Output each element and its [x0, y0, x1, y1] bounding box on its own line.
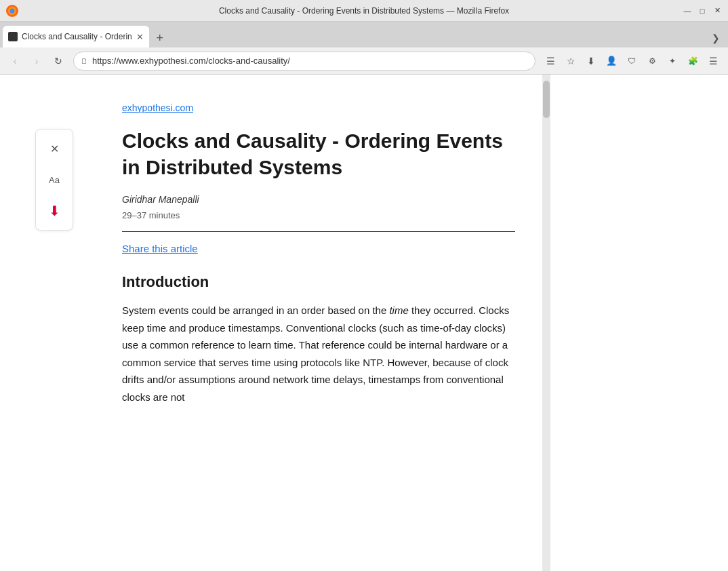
tab-favicon-icon	[8, 32, 18, 41]
back-icon: ‹	[14, 56, 17, 66]
article-body: System events could be arranged in an or…	[122, 302, 515, 406]
address-bar[interactable]: 🗋 https://www.exhypothesi.com/clocks-and…	[73, 52, 535, 71]
forward-icon: ›	[35, 56, 39, 66]
tab-close-icon[interactable]: ✕	[136, 32, 144, 42]
active-tab[interactable]: Clocks and Causality - Orderin ✕	[3, 26, 149, 47]
minimize-button[interactable]: —	[682, 5, 693, 16]
tab-bar: Clocks and Causality - Orderin ✕ + ❯	[0, 22, 728, 47]
forward-button[interactable]: ›	[27, 52, 46, 71]
ext2-button[interactable]: ✦	[663, 52, 682, 71]
download-button[interactable]: ⬇	[582, 52, 601, 71]
bookmark-icon: ☆	[567, 56, 575, 66]
menu-icon: ☰	[709, 56, 718, 66]
window-title: Clocks and Causality - Ordering Events i…	[219, 6, 509, 16]
tab-title: Clocks and Causality - Orderin	[22, 32, 132, 41]
bitwarden-button[interactable]: 🛡	[622, 52, 641, 71]
toolbar: ‹ › ↻ 🗋 https://www.exhypothesi.com/cloc…	[0, 47, 728, 75]
intro-paragraph: System events could be arranged in an or…	[122, 302, 515, 406]
download-icon: ⬇	[587, 56, 595, 66]
extensions-button[interactable]: 🧩	[683, 52, 702, 71]
scrollbar[interactable]	[542, 75, 550, 571]
reader-close-button[interactable]: ✕	[43, 138, 65, 159]
refresh-icon: ↻	[54, 56, 62, 66]
maximize-button[interactable]: □	[697, 5, 708, 16]
refresh-button[interactable]: ↻	[49, 52, 68, 71]
page-wrapper: ✕ Aa ⬇ exhypothesi.com Clocks and Causal…	[0, 75, 728, 571]
new-tab-button[interactable]: +	[150, 28, 169, 47]
bookmark-button[interactable]: ☆	[561, 52, 580, 71]
back-button[interactable]: ‹	[5, 52, 24, 71]
share-article-link[interactable]: Share this article	[122, 243, 515, 254]
tab-list-button[interactable]: ❯	[706, 28, 725, 47]
scrollbar-thumb[interactable]	[543, 81, 550, 118]
title-bar: Clocks and Causality - Ordering Events i…	[0, 0, 728, 22]
introduction-heading: Introduction	[122, 273, 515, 291]
reader-sidebar: ✕ Aa ⬇	[0, 75, 108, 571]
extensions-icon: 🧩	[688, 56, 698, 66]
toolbar-right: ☰ ☆ ⬇ 👤 🛡 ⚙ ✦ 🧩 ☰	[541, 52, 723, 71]
pocket-icon: ⬇	[49, 204, 60, 218]
browser-content: ✕ Aa ⬇ exhypothesi.com Clocks and Causal…	[0, 75, 728, 571]
window-controls: — □ ✕	[682, 5, 723, 16]
ext1-icon: ⚙	[649, 56, 656, 66]
close-button[interactable]: ✕	[712, 5, 723, 16]
profile-icon: 👤	[606, 56, 617, 66]
profile-button[interactable]: 👤	[602, 52, 621, 71]
page-icon: 🗋	[81, 57, 88, 65]
article-divider	[122, 231, 515, 232]
site-link[interactable]: exhypothesi.com	[122, 102, 193, 113]
bitwarden-icon: 🛡	[628, 56, 636, 66]
article-author: Giridhar Manepalli	[122, 194, 515, 205]
ext1-button[interactable]: ⚙	[643, 52, 662, 71]
reader-mode-button[interactable]: ☰	[541, 52, 560, 71]
address-text: https://www.exhypothesi.com/clocks-and-c…	[92, 56, 290, 66]
svg-point-2	[10, 8, 15, 13]
reader-font-button[interactable]: Aa	[43, 169, 65, 191]
close-icon: ✕	[50, 142, 59, 155]
ext2-icon: ✦	[669, 56, 676, 66]
article-content: exhypothesi.com Clocks and Causality - O…	[108, 75, 542, 571]
menu-button[interactable]: ☰	[704, 52, 723, 71]
reader-mode-icon: ☰	[546, 56, 555, 66]
firefox-logo	[5, 4, 19, 18]
article-title: Clocks and Causality - Ordering Events i…	[122, 127, 515, 180]
reader-pocket-button[interactable]: ⬇	[43, 200, 65, 222]
font-icon: Aa	[49, 175, 60, 185]
reader-toolbar: ✕ Aa ⬇	[35, 129, 73, 231]
article-read-time: 29–37 minutes	[122, 210, 515, 220]
